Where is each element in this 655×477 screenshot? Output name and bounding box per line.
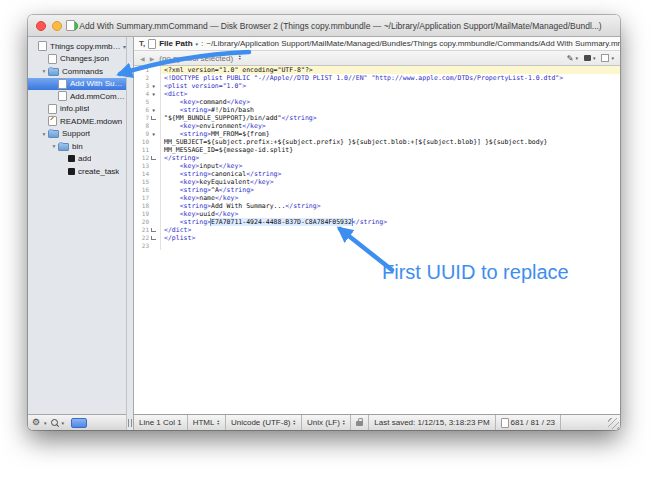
file-icon — [148, 39, 156, 49]
sidebar-item-root[interactable]: Things copy.mmbundle ▾ — [28, 40, 126, 53]
sidebar-item[interactable]: ▼bin — [28, 140, 126, 153]
back-icon[interactable]: ◀ — [140, 55, 145, 62]
code-line[interactable]: 20 <string>E7A70711-4924-4488-B37D-C8A78… — [134, 218, 620, 226]
code-line-text: <?xml version="1.0" encoding="UTF-8"?> — [161, 66, 620, 74]
line-number: 3 — [134, 82, 149, 90]
filter-toggle-icon[interactable] — [71, 418, 87, 428]
search-menu-caret-icon[interactable]: ▾ — [62, 420, 65, 426]
code-line[interactable]: 19 <key>uuid</key> — [134, 210, 620, 218]
sidebar-item-label: create_task — [78, 167, 119, 176]
close-button[interactable] — [36, 21, 46, 31]
resize-grip[interactable] — [608, 418, 619, 429]
code-line[interactable]: 5 <key>command</key> — [134, 98, 620, 106]
code-line[interactable]: 3▼<plist version="1.0"> — [134, 82, 620, 90]
code-line-text: <string>MM_FROM=${from} — [161, 130, 620, 138]
disclosure-triangle-icon[interactable]: ▼ — [40, 131, 48, 137]
line-endings-popup[interactable]: Unix (LF) ▲▼ — [302, 415, 351, 430]
gutter: 12 — [134, 154, 161, 162]
code-line-text: </dict> — [161, 226, 620, 234]
code-line-text: <key>name</key> — [161, 194, 620, 202]
code-line[interactable]: 10MM_SUBJECT=${subject.prefix:+${subject… — [134, 138, 620, 146]
file-icon — [48, 104, 57, 114]
sidebar-splitter[interactable] — [126, 37, 134, 430]
gutter: 7 — [134, 114, 161, 122]
sidebar-item-label: README.mdown — [60, 117, 122, 126]
lock-icon — [356, 421, 363, 426]
code-line[interactable]: 18 <string>Add With Summary...</string> — [134, 202, 620, 210]
code-line[interactable]: 9▼ <string>MM_FROM=${from} — [134, 130, 620, 138]
code-line[interactable]: 12</string> — [134, 154, 620, 162]
code-line[interactable]: 22</plist> — [134, 234, 620, 242]
code-line-text: "${MM_BUNDLE_SUPPORT}/bin/add"</string> — [161, 114, 620, 122]
wrap-marker-icon — [149, 226, 158, 234]
code-line[interactable]: 1<?xml version="1.0" encoding="UTF-8"?> — [134, 66, 620, 74]
code-line[interactable]: 7"${MM_BUNDLE_SUPPORT}/bin/add"</string> — [134, 114, 620, 122]
pencil-icon: ✎ — [567, 54, 574, 63]
code-line[interactable]: 16 <string>^A</string> — [134, 186, 620, 194]
code-line-text — [161, 242, 620, 250]
code-line-text: <key>command</key> — [161, 98, 620, 106]
code-line-text: <key>uuid</key> — [161, 210, 620, 218]
code-line[interactable]: 2<!DOCTYPE plist PUBLIC "-//Apple//DTD P… — [134, 74, 620, 82]
sidebar-item[interactable]: add — [28, 153, 126, 166]
code-line[interactable]: 14 <string>canonical</string> — [134, 170, 620, 178]
line-number: 10 — [134, 138, 149, 146]
sidebar-item-label: Changes.json — [60, 54, 109, 63]
sidebar-item[interactable]: Add With Summary.... — [28, 78, 126, 91]
gear-icon[interactable]: ⚙ — [32, 418, 40, 427]
splitter-handle-icon[interactable] — [128, 419, 132, 427]
line-number: 12 — [134, 154, 149, 162]
disclosure-triangle-icon[interactable]: ▼ — [50, 143, 58, 149]
encoding-popup[interactable]: Unicode (UTF-8) ▲▼ — [226, 415, 302, 430]
code-editor[interactable]: 1<?xml version="1.0" encoding="UTF-8"?>2… — [134, 66, 620, 414]
line-number: 2 — [134, 74, 149, 82]
line-number: 16 — [134, 186, 149, 194]
search-icon[interactable] — [51, 419, 58, 426]
symbol-stepper-icon[interactable]: ▲▼ — [238, 55, 241, 61]
sidebar-item[interactable]: README.mdown — [28, 115, 126, 128]
gear-menu-caret-icon[interactable]: ▾ — [44, 420, 47, 426]
line-number: 13 — [134, 162, 149, 170]
exec-icon — [68, 168, 75, 175]
symbol-popup[interactable]: (no symbol selected) — [159, 54, 233, 63]
lock-cell[interactable] — [351, 415, 369, 430]
code-line[interactable]: 21</dict> — [134, 226, 620, 234]
sidebar-item[interactable]: Add.mmCommand — [28, 90, 126, 103]
code-line[interactable]: 11MM_MESSAGE_ID=${message-id.split} — [134, 146, 620, 154]
sidebar-item[interactable]: ▼Commands — [28, 65, 126, 78]
text-action[interactable]: ▾ — [601, 54, 614, 62]
sidebar-bottom-bar: ⚙ ▾ ▾ — [28, 414, 126, 430]
document-proxy-icon[interactable] — [66, 20, 75, 31]
title-wrap: Add With Summary.mmCommand — Disk Browse… — [58, 20, 610, 31]
file-path-caret-icon[interactable]: ▾ — [196, 41, 199, 47]
code-line[interactable]: 23 — [134, 242, 620, 250]
text-tool-icon[interactable]: T, — [139, 39, 145, 48]
edit-action[interactable]: ✎ ▾ — [567, 54, 578, 63]
disclosure-triangle-icon[interactable]: ▼ — [40, 68, 48, 74]
language-popup[interactable]: HTML ▲▼ — [188, 415, 226, 430]
symbol-bar: ◀ ▶ (no symbol selected) ▲▼ ✎ ▾ ▾ ▾ — [134, 51, 620, 66]
line-number: 1 — [134, 66, 149, 74]
code-line[interactable]: 17 <key>name</key> — [134, 194, 620, 202]
status-bar: Line 1 Col 1 HTML ▲▼ Unicode (UTF-8) ▲▼ … — [134, 414, 620, 430]
selected-uuid[interactable]: E7A70711-4924-4488-B37D-C8A784F05932 — [211, 218, 352, 226]
sidebar-item[interactable]: ▼Support — [28, 128, 126, 141]
code-line[interactable]: 4▼<dict> — [134, 90, 620, 98]
sidebar-item-label: Add With Summary.... — [70, 79, 126, 88]
code-line[interactable]: 15 <key>keyEquivalent</key> — [134, 178, 620, 186]
code-line[interactable]: 8 <key>environment</key> — [134, 122, 620, 130]
gutter: 20 — [134, 218, 161, 226]
code-line[interactable]: 13 <key>input</key> — [134, 162, 620, 170]
forward-icon[interactable]: ▶ — [150, 55, 155, 62]
view-action[interactable]: ▾ — [584, 55, 596, 61]
code-line-text: <key>environment</key> — [161, 122, 620, 130]
annotation-text: First UUID to replace — [382, 261, 569, 284]
folder-icon — [48, 68, 59, 76]
sidebar-item[interactable]: create_task — [28, 165, 126, 178]
title-bar[interactable]: Add With Summary.mmCommand — Disk Browse… — [28, 15, 620, 37]
sidebar-item[interactable]: Changes.json — [28, 53, 126, 66]
sidebar-item[interactable]: info.plist — [28, 103, 126, 116]
code-line-text: MM_MESSAGE_ID=${message-id.split} — [161, 146, 620, 154]
code-line[interactable]: 6▼ <string>#!/bin/bash — [134, 106, 620, 114]
gutter: 6▼ — [134, 106, 161, 114]
